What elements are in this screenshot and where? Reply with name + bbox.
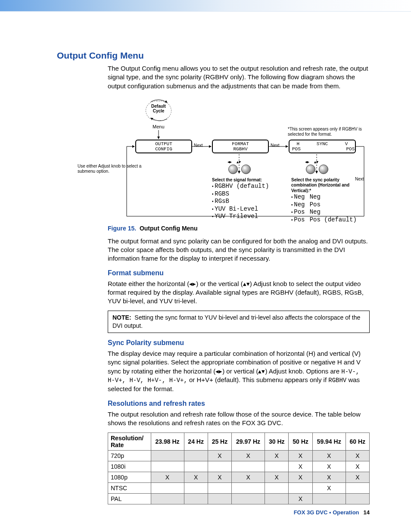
default-cycle-node: Default Cycle [146,101,171,121]
resolution-table: Resolution/Rate23.98 Hz24 Hz25 Hz29.97 H… [108,432,370,504]
table-row: NTSCX [108,483,370,494]
table-header: 23.98 Hz [151,433,184,451]
table-row: 1080iXXX [108,461,370,472]
table-header: Resolution/Rate [108,433,151,451]
knob-icon [306,165,315,174]
lcd-sync: H SYNC V POS POS [289,140,356,153]
table-row: PALX [108,494,370,504]
table-row: 720pXXXXXX [108,451,370,461]
table-row: 1080pXXXXXXXX [108,472,370,483]
lcd-format: FORMATRGBHV [212,140,269,153]
menu-label: Menu [153,124,165,129]
lcd-output-config: OUTPUTCONFIG [135,140,192,153]
hint-adjust-knob: Use either Adjust knob to select a subme… [78,164,155,174]
star-note: *This screen appears only if RGBHV is se… [288,127,365,137]
heading-resolutions: Resolutions and refresh rates [108,400,370,408]
table-header: 30 Hz [265,433,289,451]
table-header: 60 Hz [346,433,369,451]
page-footer: FOX 3G DVC • Operation14 [294,509,370,516]
knob-icon [319,165,328,174]
note-box: NOTE: Setting the sync format to YUV bi-… [108,311,370,333]
format-options: Select the signal format: • RGBHV (defau… [212,177,277,221]
paragraph-format: Rotate either the horizontal (◂▸) or the… [108,280,370,306]
table-header: 59.94 Hz [312,433,346,451]
next-label-2: Next [271,143,280,149]
page-heading: Output Config Menu [57,50,370,61]
table-header: 25 Hz [208,433,231,451]
knob-icon [228,165,238,174]
paragraph-sync: The display device may require a particu… [108,349,370,394]
paragraph-resolutions: The output resolution and refresh rate f… [108,410,370,428]
table-header: 24 Hz [184,433,208,451]
heading-sync-polarity: Sync Polarity submenu [108,339,370,347]
next-label-1: Next [194,143,203,149]
table-header: 29.97 Hz [232,433,265,451]
paragraph-dvi: The output format and sync polarity can … [108,237,370,263]
table-header: 50 Hz [289,433,312,451]
sync-options: Select the sync polarity combination (Ho… [291,177,364,224]
top-gradient-bar [0,0,411,12]
flow-diagram: Default Cycle Menu OUTPUTCONFIG Next FOR… [121,96,370,221]
heading-format-submenu: Format submenu [108,269,370,277]
intro-paragraph: The Output Config menu allows you to set… [108,64,370,90]
figure-caption: Figure 15. Output Config Menu [108,225,370,232]
knob-icon [241,165,251,174]
